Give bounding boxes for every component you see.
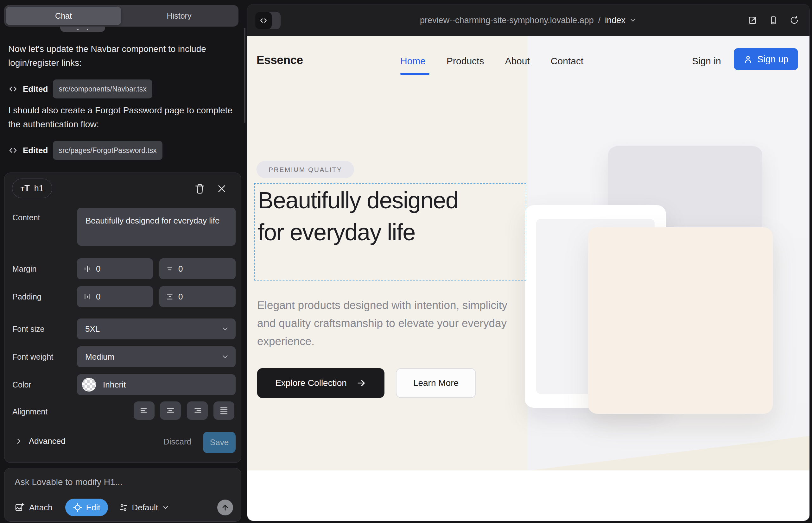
- site-viewport: Essence Home Products About Contact Sign…: [247, 36, 810, 521]
- edited-file-row: Edited src/pages/ForgotPassword.tsx: [8, 141, 233, 160]
- align-justify-button[interactable]: [213, 401, 234, 420]
- send-button[interactable]: [217, 500, 233, 516]
- align-center-icon: [166, 406, 175, 415]
- refresh-icon: [790, 16, 799, 25]
- advanced-toggle[interactable]: Advanced: [15, 436, 66, 446]
- h1-selection-outline[interactable]: Beautifully designed for everyday life: [254, 183, 526, 281]
- user-icon: [743, 54, 753, 64]
- save-button[interactable]: Save: [203, 432, 236, 453]
- explore-collection-label: Explore Collection: [275, 378, 347, 388]
- padding-horizontal-input[interactable]: 0: [77, 286, 153, 307]
- refresh-button[interactable]: [789, 15, 799, 25]
- margin-horizontal-input[interactable]: 0: [77, 258, 153, 279]
- align-center-button[interactable]: [160, 401, 181, 420]
- chat-message: I should also create a Forgot Password p…: [8, 104, 233, 160]
- learn-more-button[interactable]: Learn More: [396, 368, 476, 398]
- chat-history-tabs: Chat History: [4, 5, 239, 26]
- nav-link-contact[interactable]: Contact: [551, 56, 583, 67]
- code-view-toggle[interactable]: [255, 12, 281, 29]
- align-left-button[interactable]: [134, 401, 155, 420]
- tab-chat[interactable]: Chat: [6, 7, 121, 25]
- close-editor-button[interactable]: [215, 182, 229, 196]
- trash-icon: [194, 183, 205, 194]
- sign-up-label: Sign up: [757, 54, 788, 65]
- margin-label: Margin: [12, 264, 36, 273]
- align-right-icon: [193, 406, 202, 415]
- chat-scrollbar[interactable]: [244, 28, 245, 123]
- content-input[interactable]: Beautifully designed for everyday life: [77, 208, 236, 246]
- nav-link-products[interactable]: Products: [446, 56, 484, 67]
- chevron-down-icon: [221, 353, 229, 361]
- browser-actions: [747, 15, 799, 25]
- margin-horizontal-icon: [83, 265, 91, 273]
- edited-label: Edited: [23, 82, 48, 96]
- editor-footer: Advanced Discard Save: [4, 432, 241, 453]
- edit-label: Edit: [86, 503, 100, 512]
- font-weight-value: Medium: [85, 352, 114, 362]
- active-nav-underline: [400, 73, 429, 75]
- attach-button[interactable]: Attach: [15, 502, 53, 512]
- explore-collection-button[interactable]: Explore Collection: [257, 368, 385, 398]
- url-separator: /: [598, 16, 601, 25]
- app-root: Chat History Now let's update the Navbar…: [0, 0, 812, 523]
- hero-description: Elegant products designed with intention…: [257, 296, 511, 350]
- sign-in-link[interactable]: Sign in: [692, 56, 721, 67]
- smartphone-icon: [769, 16, 778, 25]
- chat-input-toolbar: Attach Edit Default: [15, 499, 233, 516]
- element-editor-panel: TT h1 Content Beautifully designed for e…: [4, 173, 241, 463]
- mobile-view-button[interactable]: [768, 15, 778, 25]
- chevron-down-icon: [162, 504, 170, 511]
- chat-message: Now let's update the Navbar component to…: [8, 42, 233, 98]
- nav-link-about[interactable]: About: [505, 56, 530, 67]
- mode-label: Default: [132, 503, 158, 512]
- chevron-right-icon: [15, 437, 22, 445]
- edit-mode-button[interactable]: Edit: [65, 499, 108, 516]
- padding-vertical-input[interactable]: 0: [159, 286, 236, 307]
- alignment-label: Alignment: [12, 407, 48, 416]
- align-right-button[interactable]: [187, 401, 208, 420]
- padding-horizontal-value: 0: [96, 292, 100, 302]
- margin-vertical-value: 0: [178, 264, 183, 274]
- chat-sidebar: Chat History Now let's update the Navbar…: [0, 0, 247, 523]
- sliders-icon: [119, 503, 128, 512]
- code-toggle-active-segment[interactable]: [255, 12, 272, 29]
- tab-history[interactable]: History: [121, 7, 237, 25]
- url-host: preview--charming-site-symphony.lovable.…: [420, 16, 594, 25]
- site-logo[interactable]: Essence: [257, 54, 303, 67]
- chevron-down-icon: [629, 16, 637, 24]
- chevron-down-icon: [221, 325, 229, 333]
- delete-element-button[interactable]: [193, 182, 207, 196]
- site-nav: Home Products About Contact: [400, 56, 583, 67]
- hero-heading[interactable]: Beautifully designed for everyday life: [258, 184, 489, 248]
- file-chip[interactable]: src/components/Navbar.tsx: [53, 79, 152, 98]
- color-select[interactable]: Inherit: [77, 374, 236, 395]
- hero-cta-row: Explore Collection Learn More: [257, 368, 476, 398]
- font-size-value: 5XL: [85, 324, 100, 334]
- code-icon: [8, 84, 18, 94]
- align-left-icon: [139, 406, 149, 415]
- nav-link-home[interactable]: Home: [400, 56, 426, 67]
- preview-window: preview--charming-site-symphony.lovable.…: [247, 4, 810, 521]
- font-size-select[interactable]: 5XL: [77, 319, 236, 339]
- open-in-new-tab-button[interactable]: [747, 15, 758, 25]
- font-size-label: Font size: [12, 325, 44, 334]
- crosshair-icon: [73, 503, 82, 512]
- sign-up-button[interactable]: Sign up: [734, 48, 798, 70]
- content-label: Content: [12, 213, 40, 222]
- margin-vertical-icon: [166, 265, 174, 273]
- arrow-up-icon: [221, 503, 230, 512]
- hero-cream-card: [588, 227, 773, 414]
- file-chip[interactable]: src/pages/ForgotPassword.tsx: [53, 141, 162, 160]
- external-link-icon: [748, 16, 757, 25]
- font-weight-select[interactable]: Medium: [77, 346, 236, 367]
- type-icon: TT: [21, 184, 30, 194]
- model-mode-button[interactable]: Default: [119, 503, 170, 512]
- margin-vertical-input[interactable]: 0: [159, 258, 236, 279]
- collapsed-message-pill[interactable]: [60, 26, 105, 32]
- discard-button[interactable]: Discard: [163, 437, 191, 447]
- learn-more-label: Learn More: [413, 378, 459, 388]
- premium-quality-badge: PREMIUM QUALITY: [257, 161, 354, 178]
- url-bar[interactable]: preview--charming-site-symphony.lovable.…: [420, 4, 637, 36]
- font-weight-label: Font weight: [12, 353, 53, 362]
- chat-prompt-input[interactable]: [15, 477, 230, 487]
